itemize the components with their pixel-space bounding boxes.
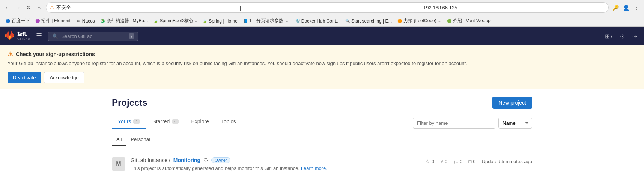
star-icon: ☆: [426, 159, 430, 164]
profile-button[interactable]: 👤: [621, 3, 630, 12]
merge-request-icon: ↑↓: [453, 159, 458, 164]
issues-button[interactable]: ⊙: [618, 31, 627, 41]
bookmark-2[interactable]: ∞ Nacos: [74, 18, 97, 24]
hamburger-button[interactable]: ☰: [35, 30, 44, 42]
merge-requests-count: 0: [460, 159, 462, 164]
tab-starred-badge: 0: [172, 119, 179, 124]
warning-triangle-icon: ⚠: [8, 50, 13, 58]
bookmark-label-2: Nacos: [82, 18, 95, 24]
security-icon: ⚠: [50, 5, 54, 10]
project-updated-time: Updated 5 minutes ago: [482, 159, 532, 164]
url-text: 192.168.66.135: [423, 5, 605, 11]
acknowledge-button[interactable]: Acknowledge: [44, 72, 84, 83]
deactivate-button[interactable]: Deactivate: [8, 72, 41, 83]
search-input[interactable]: [61, 33, 126, 39]
gitlab-logo-text: 极狐: [17, 32, 30, 37]
bookmark-label-8: Start searching | E...: [351, 18, 392, 24]
filter-by-name-input[interactable]: [413, 118, 495, 129]
stars-count: 0: [432, 159, 434, 164]
bookmark-favicon-4: 🍃: [153, 18, 158, 24]
project-name-row: GitLab Instance / Monitoring 🛡 Owner: [131, 157, 420, 163]
sub-tab-all[interactable]: All: [112, 133, 126, 146]
issues-icon: □: [468, 159, 471, 164]
sub-tab-personal[interactable]: Personal: [126, 133, 154, 146]
chevron-down-icon: ▾: [611, 34, 612, 38]
gitlab-search-box[interactable]: 🔍 /: [48, 32, 138, 41]
bookmark-6[interactable]: 📘 1、分页请求参数 -...: [241, 17, 292, 25]
merge-requests-button[interactable]: ⇢: [630, 31, 639, 41]
warning-action-buttons: Deactivate Acknowledge: [8, 72, 636, 83]
browser-toolbar: ← → ↻ ⌂ ⚠ 不安全 | 192.168.66.135 🔑 👤 ⋮: [0, 0, 644, 15]
shield-icon: 🛡: [203, 157, 208, 163]
merge-requests-stat: ↑↓ 0: [453, 159, 462, 164]
browser-action-buttons: 🔑 👤 ⋮: [611, 3, 641, 12]
main-content: Projects New project Yours 1 Starred 0 E…: [97, 89, 547, 185]
project-avatar: M: [112, 157, 125, 171]
project-list: M GitLab Instance / Monitoring 🛡 Owner T…: [112, 152, 532, 178]
sub-tabs: All Personal: [112, 133, 532, 146]
bookmark-favicon-6: 📘: [243, 18, 248, 24]
issues-stat: □ 0: [468, 159, 475, 164]
warning-banner: ⚠ Check your sign-up restrictions Your G…: [0, 45, 644, 89]
bookmark-4[interactable]: 🍃 SpringBoot2核心...: [151, 17, 199, 25]
issues-count: 0: [473, 159, 475, 164]
bookmark-label-4: SpringBoot2核心...: [159, 18, 197, 24]
address-bar[interactable]: ⚠ 不安全 | 192.168.66.135: [46, 2, 609, 13]
bookmarks-bar: 🔵 百度一下 🟣 招件 | Element ∞ Nacos 🐉 条件构造器 | …: [0, 15, 644, 27]
bookmark-3[interactable]: 🐉 条件构造器 | MyBa...: [98, 17, 150, 25]
bookmark-favicon-9: 🟠: [397, 18, 402, 24]
tab-yours[interactable]: Yours 1: [112, 115, 146, 129]
extensions-button[interactable]: 🔑: [611, 3, 620, 12]
tab-starred-label: Starred: [152, 118, 170, 124]
stars-stat: ☆ 0: [426, 159, 434, 164]
bookmark-7[interactable]: 🐳 Docker Hub Cont...: [293, 18, 342, 24]
menu-button[interactable]: ⋮: [632, 3, 641, 12]
issues-icon: ⊙: [620, 33, 625, 40]
fork-icon: ⑂: [440, 159, 443, 164]
bookmark-0[interactable]: 🔵 百度一下: [3, 17, 32, 25]
create-new-button[interactable]: ⊞ ▾: [603, 31, 615, 41]
sort-select[interactable]: Name Created Updated: [498, 118, 532, 129]
bookmark-label-9: 力扣 (LeetCode) ...: [403, 18, 441, 24]
forks-count: 0: [445, 159, 447, 164]
search-icon: 🔍: [52, 33, 58, 39]
tab-topics-label: Topics: [221, 118, 236, 124]
filter-area: Name Created Updated: [413, 118, 532, 129]
tabs-filter-row: Yours 1 Starred 0 Explore Topics Name Cr…: [112, 115, 532, 129]
tab-yours-label: Yours: [118, 118, 131, 124]
bookmark-favicon-10: 🟢: [447, 18, 452, 24]
plus-square-icon: ⊞: [605, 33, 610, 40]
bookmark-9[interactable]: 🟠 力扣 (LeetCode) ...: [395, 17, 444, 25]
tab-starred[interactable]: Starred 0: [146, 115, 185, 129]
project-name-link[interactable]: Monitoring: [173, 157, 200, 163]
gitlab-logo[interactable]: 极狐 GITLAB: [5, 31, 30, 41]
browser-chrome: ← → ↻ ⌂ ⚠ 不安全 | 192.168.66.135 🔑 👤 ⋮ 🔵 百…: [0, 0, 644, 27]
bookmark-10[interactable]: 🟢 介绍 - Vant Weapp: [444, 17, 493, 25]
bookmark-favicon-7: 🐳: [295, 18, 300, 24]
bookmark-5[interactable]: 🍃 Spring | Home: [200, 18, 239, 24]
gitlab-fox-icon: [5, 31, 15, 41]
bookmark-8[interactable]: 🔍 Start searching | E...: [343, 18, 394, 24]
tab-topics[interactable]: Topics: [215, 115, 242, 129]
project-info: GitLab Instance / Monitoring 🛡 Owner Thi…: [131, 157, 420, 172]
bookmark-favicon-8: 🔍: [345, 18, 350, 24]
projects-tabs: Yours 1 Starred 0 Explore Topics: [112, 115, 413, 129]
bookmark-favicon-1: 🟣: [35, 18, 40, 24]
project-namespace: GitLab Instance /: [131, 157, 170, 163]
tab-explore-label: Explore: [191, 118, 209, 124]
bookmark-favicon-5: 🍃: [202, 18, 208, 24]
forward-button[interactable]: →: [14, 3, 23, 12]
bookmark-1[interactable]: 🟣 招件 | Element: [33, 17, 73, 25]
projects-title: Projects: [112, 97, 147, 108]
tab-yours-badge: 1: [133, 119, 140, 124]
learn-more-link[interactable]: Learn more.: [301, 165, 327, 171]
search-slash-badge: /: [129, 33, 134, 39]
reload-button[interactable]: ↻: [24, 3, 33, 12]
back-button[interactable]: ←: [3, 3, 12, 12]
tab-explore[interactable]: Explore: [185, 115, 215, 129]
bookmark-favicon-3: 🐉: [100, 18, 105, 24]
projects-header: Projects New project: [112, 97, 532, 109]
bookmark-favicon-0: 🔵: [5, 18, 11, 24]
home-button[interactable]: ⌂: [35, 3, 44, 12]
new-project-button[interactable]: New project: [492, 97, 532, 109]
